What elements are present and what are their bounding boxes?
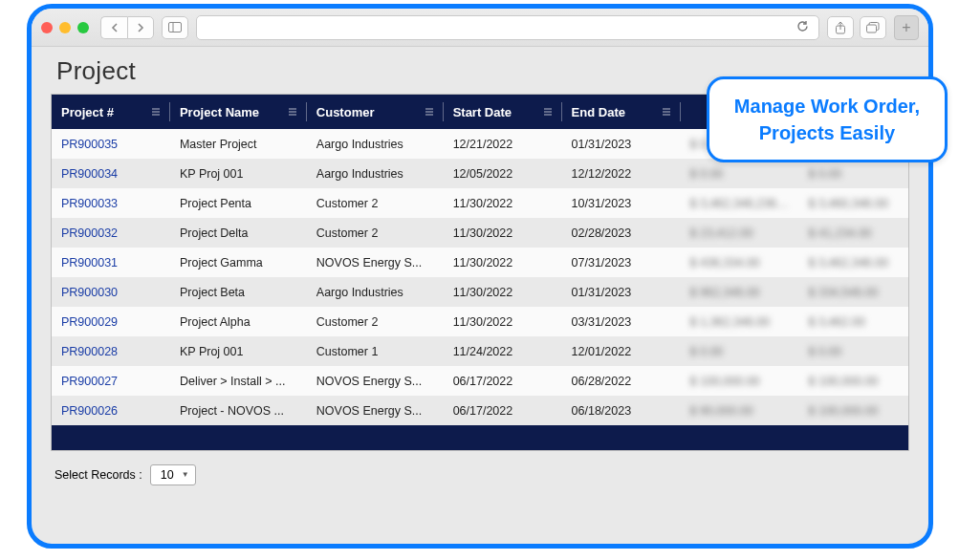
cell-customer: Customer 2 [307,197,444,210]
cell-amount-b: $ 3,460,346.00 [799,197,909,210]
table-row[interactable]: PR900030Project BetaAargo Industries11/3… [52,277,908,307]
cell-project-name: Project Gamma [170,256,307,269]
cell-project-id[interactable]: PR900033 [52,197,170,210]
table-row[interactable]: PR900032Project DeltaCustomer 211/30/202… [52,218,908,248]
cell-amount-b: $ 100,000.00 [799,404,909,418]
cell-project-name: Project Beta [170,286,307,299]
close-window-button[interactable] [41,22,53,33]
share-button[interactable] [827,16,854,39]
cell-project-name: Project - NOVOS ... [170,404,307,418]
column-menu-icon[interactable] [151,107,161,117]
cell-customer: NOVOS Energy S... [307,375,444,388]
select-records-dropdown[interactable]: 10 [150,464,196,485]
cell-end-date: 12/01/2022 [562,345,681,358]
maximize-window-button[interactable] [77,22,89,33]
callout-line-2: Projects Easily [734,119,920,146]
cell-amount-b: $ 3,462,346.00 [799,256,909,269]
cell-amount-b: $ 334,546.00 [799,286,909,299]
column-header-start-date[interactable]: Start Date [444,95,562,129]
column-header-customer[interactable]: Customer [307,95,444,129]
cell-start-date: 12/21/2022 [444,138,562,151]
column-header-end-date[interactable]: End Date [562,95,681,129]
cell-start-date: 06/17/2022 [444,404,562,418]
cell-end-date: 12/12/2022 [562,167,681,181]
cell-project-name: KP Proj 001 [170,167,307,181]
table-row[interactable]: PR900026Project - NOVOS ...NOVOS Energy … [52,396,908,425]
table-row[interactable]: PR900029Project AlphaCustomer 211/30/202… [52,307,908,336]
column-menu-icon[interactable] [662,107,671,117]
cell-project-id[interactable]: PR900032 [52,226,170,240]
select-records-value: 10 [161,468,174,482]
table-row[interactable]: PR900027Deliver > Install > ...NOVOS Ene… [52,366,908,396]
cell-amount-a: $ 1,362,346.00 [681,315,799,329]
cell-project-id[interactable]: PR900030 [52,286,170,299]
cell-start-date: 11/30/2022 [444,256,562,269]
cell-project-id[interactable]: PR900027 [52,375,170,388]
cell-start-date: 06/17/2022 [444,375,562,388]
cell-customer: Aargo Industries [307,138,444,151]
cell-project-name: Project Penta [170,197,307,210]
column-header-project-id[interactable]: Project # [52,95,170,129]
cell-start-date: 11/30/2022 [444,315,562,329]
cell-end-date: 07/31/2023 [562,256,681,269]
cell-project-id[interactable]: PR900031 [52,256,170,269]
tabs-button[interactable] [860,16,886,39]
back-button[interactable] [100,16,127,39]
window-controls [41,22,89,33]
cell-customer: Customer 1 [307,345,444,358]
cell-amount-a: $ 90,000.00 [681,404,799,418]
cell-project-id[interactable]: PR900029 [52,315,170,329]
cell-amount-b: $ 41,234.00 [799,226,909,240]
svg-rect-4 [867,25,877,32]
cell-amount-a: $ 0.00 [681,345,799,358]
column-header-project-name[interactable]: Project Name [170,95,307,129]
cell-project-id[interactable]: PR900034 [52,167,170,181]
sidebar-toggle-button[interactable] [162,16,188,39]
table-body: PR900035Master ProjectAargo Industries12… [52,129,908,425]
forward-button[interactable] [127,16,154,39]
cell-end-date: 01/31/2023 [562,138,681,151]
select-records-row: Select Records : 10 [51,464,909,485]
cell-project-name: Project Delta [170,226,307,240]
cell-project-id[interactable]: PR900035 [52,138,170,151]
table-row[interactable]: PR900031Project GammaNOVOS Energy S...11… [52,248,908,277]
cell-end-date: 06/18/2023 [562,404,681,418]
minimize-window-button[interactable] [59,22,71,33]
column-menu-icon[interactable] [543,107,553,117]
cell-customer: Customer 2 [307,315,444,329]
cell-amount-b: $ 100,000.00 [799,375,909,388]
column-label: Start Date [453,105,512,119]
cell-customer: Customer 2 [307,226,444,240]
toolbar-right [827,16,886,39]
cell-project-name: Master Project [170,138,307,151]
column-label: Customer [316,105,375,119]
reload-icon[interactable] [796,19,809,36]
table-row[interactable]: PR900034KP Proj 001Aargo Industries12/05… [52,159,908,188]
table-footer [52,425,908,450]
column-menu-icon[interactable] [425,107,434,117]
cell-start-date: 11/30/2022 [444,286,562,299]
callout-line-1: Manage Work Order, [734,93,920,119]
address-bar[interactable] [196,15,819,40]
table-row[interactable]: PR900033Project PentaCustomer 211/30/202… [52,188,908,218]
cell-amount-b: $ 0.00 [799,167,909,181]
cell-end-date: 06/28/2022 [562,375,681,388]
cell-end-date: 03/31/2023 [562,315,681,329]
cell-project-id[interactable]: PR900028 [52,345,170,358]
cell-amount-b: $ 3,462.00 [799,315,909,329]
cell-project-id[interactable]: PR900026 [52,404,170,418]
cell-end-date: 10/31/2023 [562,197,681,210]
callout-bubble: Manage Work Order, Projects Easily [707,76,948,162]
new-tab-button[interactable]: + [894,15,919,40]
cell-customer: NOVOS Energy S... [307,404,444,418]
select-records-label: Select Records : [54,468,142,482]
cell-end-date: 01/31/2023 [562,286,681,299]
cell-start-date: 11/30/2022 [444,226,562,240]
cell-start-date: 11/24/2022 [444,345,562,358]
cell-amount-a: $ 962,346.00 [681,286,799,299]
cell-project-name: Project Alpha [170,315,307,329]
table-row[interactable]: PR900028KP Proj 001Customer 111/24/20221… [52,336,908,366]
column-menu-icon[interactable] [288,107,297,117]
column-label: Project Name [180,105,259,119]
column-label: Project # [61,105,114,119]
